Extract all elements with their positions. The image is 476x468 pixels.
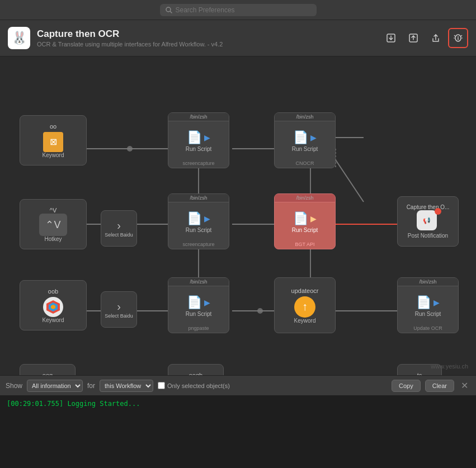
search-bar [0, 0, 476, 20]
selected-objects-checkbox[interactable] [158, 382, 165, 389]
notif-title: Capture then O... [407, 204, 450, 210]
script-arrow-1: ▶ [204, 133, 210, 142]
debug-button[interactable] [448, 28, 468, 48]
node-oo-label: Keyword [43, 152, 64, 158]
header-text: Capture then OCR OCR & Translate using m… [37, 29, 374, 48]
node-oo-keyword[interactable]: oo ⊠ Keyword [20, 115, 87, 166]
notif-icon: 📢 [417, 210, 439, 233]
node-updateocr-label: Keyword [294, 318, 316, 324]
search-input-wrap[interactable] [160, 4, 317, 16]
info-select[interactable]: All information Errors only Info Debug [27, 380, 83, 392]
script-doc-icon-5: 📄 [187, 295, 202, 310]
show-label: Show [6, 382, 22, 390]
node-run-label-5: Run Script [186, 311, 212, 317]
hotkey-icon: ⌃V [39, 214, 67, 236]
node-updateocr-title: updateocr [291, 287, 319, 294]
select-icon-2: › [117, 300, 121, 313]
svg-point-7 [458, 36, 459, 37]
node-run-script-3[interactable]: /bin/zsh 📄 ▶ Run Script screencapture [168, 193, 229, 249]
node-select-baidu-2[interactable]: › Select Baidu [101, 291, 137, 328]
node-sub-bgt: BGT API [295, 242, 315, 249]
node-sub-2: CNOCR [296, 160, 314, 168]
workflow-title: Capture then OCR [37, 29, 374, 40]
stub-ooq-label: ooq [43, 372, 53, 375]
svg-line-17 [336, 160, 364, 202]
script-body-bgt: 📄 ▶ Run Script [290, 202, 321, 242]
svg-point-0 [166, 7, 171, 12]
search-input[interactable] [176, 6, 311, 14]
svg-point-13 [127, 146, 133, 152]
node-hotkey-title: ^V [50, 207, 57, 214]
node-sub-1: screencapture [182, 160, 214, 168]
node-run-label-bgt: Run Script [292, 227, 318, 233]
node-run-script-5[interactable]: /bin/zsh 📄 ▶ Run Script pngpaste [168, 277, 229, 333]
svg-line-9 [454, 35, 455, 36]
node-select-baidu-1[interactable]: › Select Baidu [101, 210, 137, 247]
node-sub-6: Update OCR [413, 325, 442, 333]
for-label: for [87, 382, 95, 390]
node-run-label-6: Run Script [415, 311, 441, 317]
node-stub-ooqb[interactable]: ooqb [168, 364, 224, 375]
node-sub-5: pngpaste [188, 325, 209, 333]
updateocr-icon: ↑ [294, 296, 315, 318]
share-icon [431, 33, 441, 43]
export-button[interactable] [403, 28, 423, 48]
import-button[interactable] [381, 28, 401, 48]
node-hotkey[interactable]: ^V ⌃V Hotkey [20, 199, 87, 249]
script-header-2: /bin/zsh [275, 113, 335, 121]
log-output: [00:29:01.755] Logging Started... [0, 395, 476, 468]
debug-icon [453, 33, 463, 43]
script-header-3: /bin/zsh [168, 194, 229, 202]
node-select-label-1: Select Baidu [105, 232, 133, 238]
log-timestamp-1: [00:29:01.755] [7, 400, 63, 408]
search-icon [166, 7, 172, 13]
script-header-bgt: /bin/zsh [275, 194, 335, 202]
stub-tc-label: tc [417, 372, 422, 375]
app-logo: 🐰 [8, 27, 30, 49]
node-updateocr-keyword[interactable]: updateocr ↑ Keyword [274, 277, 336, 333]
node-run-script-2[interactable]: /bin/zsh 📄 ▶ Run Script CNOCR [274, 112, 336, 168]
script-body-3: 📄 ▶ Run Script [183, 202, 214, 242]
node-oob-label: Keyword [43, 317, 64, 323]
script-arrow-3: ▶ [204, 214, 210, 223]
script-body-6: 📄 ▶ Run Script [413, 286, 444, 325]
script-arrow-5: ▶ [204, 298, 210, 307]
stub-ooqb-label: ooqb [189, 372, 202, 375]
scope-select[interactable]: this Workflow All Workflows [100, 380, 153, 392]
share-button[interactable] [426, 28, 446, 48]
select-icon-1: › [117, 219, 121, 232]
keyword-icon-oob [43, 297, 63, 317]
export-icon [408, 33, 418, 43]
node-run-script-6[interactable]: /bin/zsh 📄 ▶ Run Script Update OCR [397, 277, 459, 333]
clear-button[interactable]: Clear [425, 380, 454, 392]
workflow-canvas[interactable]: oo ⊠ Keyword /bin/zsh 📄 ▶ Run Script scr… [0, 56, 476, 375]
svg-point-25 [257, 308, 263, 314]
script-body-1: 📄 ▶ Run Script [183, 121, 214, 160]
node-sub-3: screencapture [182, 242, 214, 249]
node-stub-ooq[interactable]: ooq [20, 364, 76, 375]
svg-line-10 [461, 35, 462, 36]
node-oob-keyword[interactable]: oob Keyword [20, 280, 87, 330]
copy-button[interactable]: Copy [392, 380, 421, 392]
node-run-script-bgt[interactable]: /bin/zsh 📄 ▶ Run Script BGT API [274, 193, 336, 249]
header: 🐰 Capture then OCR OCR & Translate using… [0, 20, 476, 56]
workflow-subtitle: OCR & Translate using multiple interface… [37, 41, 374, 48]
script-doc-icon-3: 📄 [187, 211, 202, 226]
node-run-label-2: Run Script [292, 146, 318, 152]
script-doc-icon-1: 📄 [187, 130, 202, 145]
script-arrow-bgt: ▶ [310, 214, 317, 223]
toolbar: Show All information Errors only Info De… [0, 375, 476, 395]
node-run-label-1: Run Script [186, 146, 212, 152]
log-message-1: Logging Started... [67, 400, 140, 408]
script-body-2: 📄 ▶ Run Script [290, 121, 321, 160]
script-arrow-2: ▶ [310, 133, 317, 142]
node-run-label-3: Run Script [186, 227, 212, 233]
close-log-button[interactable]: ✕ [459, 380, 470, 391]
node-post-notification[interactable]: Capture then O... 📢 Post Notification [397, 196, 459, 247]
checkbox-wrap[interactable]: Only selected object(s) [158, 382, 230, 389]
import-icon [386, 33, 396, 43]
node-select-label-2: Select Baidu [105, 313, 133, 319]
node-hotkey-label: Hotkey [44, 236, 62, 242]
node-run-script-1[interactable]: /bin/zsh 📄 ▶ Run Script screencapture [168, 112, 229, 168]
header-actions [381, 28, 468, 48]
